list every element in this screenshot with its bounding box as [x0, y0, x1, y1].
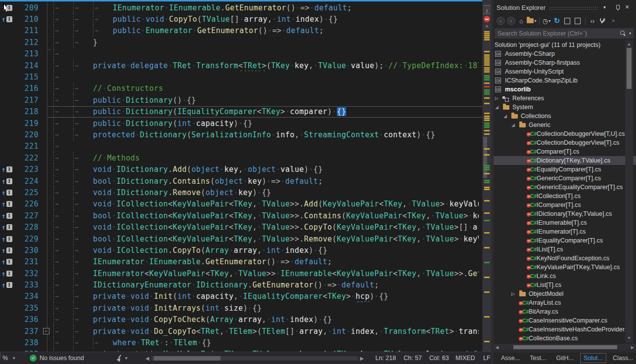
hscroll-right-icon[interactable]: ▶ — [360, 352, 364, 364]
tree-item-arraylist-cs[interactable]: C#ArrayList.cs — [494, 298, 636, 307]
code-line[interactable]: 213→ — [0, 48, 491, 60]
code-line[interactable]: 237→→private·void·Do_CopyTo<TRet,·TElem>… — [0, 325, 491, 337]
chevron-expanded-icon[interactable]: ◢ — [495, 105, 502, 110]
code-text[interactable]: →→public·Dictionary()·{} — [53, 94, 479, 106]
tree-item-caseinsensitivehashcodeprovider-cs[interactable]: C#CaseInsensitiveHashCodeProvider.cs — [494, 325, 636, 334]
dock-tab-test[interactable]: Test... — [526, 353, 549, 363]
code-text[interactable]: →→IEnumerator·IEnumerable.GetEnumerator(… — [53, 256, 479, 268]
implements-arrow-icon[interactable]: ↑I — [0, 199, 16, 210]
solution-tree[interactable]: Solution 'project-gui' (11 of 11 project… — [494, 40, 636, 343]
code-text[interactable]: →→bool·ICollection<KeyValuePair<TKey,·TV… — [53, 210, 479, 221]
tree-horizontal-scrollbar[interactable]: ◀ ▶ — [494, 344, 636, 351]
fold-collapse-icon[interactable]: − — [43, 328, 49, 334]
tree-item-system[interactable]: ◢System — [494, 103, 636, 112]
search-dropdown-icon[interactable]: ▾ — [629, 31, 631, 36]
horizontal-scrollbar-track[interactable] — [151, 356, 358, 361]
tree-item-caseinsensitivecomparer-cs[interactable]: C#CaseInsensitiveComparer.cs — [494, 316, 636, 325]
tree-item-keynotfoundexception-cs[interactable]: C#KeyNotFoundException.cs — [494, 254, 636, 263]
implements-arrow-icon[interactable]: ↑I — [0, 13, 16, 25]
tree-item-dictionary-tkey-tvalue-cs[interactable]: C#Dictionary[TKey,TValue].cs — [494, 156, 636, 165]
code-line[interactable]: 219→→public·Dictionary(int·capacity)·{} — [0, 118, 491, 129]
dock-tab-class[interactable]: Class... — [609, 353, 636, 363]
vertical-scrollbar-thumb[interactable] — [483, 137, 487, 178]
dock-tab-gith[interactable]: GitH... — [553, 353, 577, 363]
tree-item-equalitycomparer-t-cs[interactable]: C#EqualityComparer[T].cs — [494, 165, 636, 174]
code-text[interactable]: →→bool·ICollection<KeyValuePair<TKey,·TV… — [53, 233, 479, 244]
tree-item-icollection-t-cs[interactable]: C#ICollection[T].cs — [494, 192, 636, 201]
tree-vertical-scrollbar[interactable]: ▲ ▼ — [625, 40, 633, 343]
tree-item-link-cs[interactable]: C#Link.cs — [494, 272, 636, 281]
code-text[interactable]: → — [53, 71, 479, 82]
tree-hscroll-thumb[interactable] — [513, 345, 617, 349]
pending-changes-filter-button[interactable]: ◷▾ — [542, 15, 551, 26]
code-line[interactable]: ↑I223→→void·IDictionary.Add(object·key,·… — [0, 163, 491, 175]
code-cleanup-broom-icon[interactable] — [116, 354, 124, 362]
tree-item-collectiondebuggerview-t-cs[interactable]: C#CollectionDebuggerView[T].cs — [494, 138, 636, 147]
code-text[interactable]: →→public·Dictionary(IEqualityComparer<TK… — [53, 106, 479, 118]
tree-item-idictionary-tkey-tvalue-cs[interactable]: C#IDictionary[TKey,TValue].cs — [494, 209, 636, 218]
implements-arrow-icon[interactable]: ↑I — [0, 279, 16, 290]
chevron-collapsed-icon[interactable]: ▷ — [495, 96, 502, 101]
code-cleanup-dropdown-icon[interactable]: ▾ — [125, 352, 128, 364]
chevron-expanded-icon[interactable]: ◢ — [503, 114, 511, 119]
scroll-left-icon[interactable]: ◀ — [496, 345, 499, 350]
implements-arrow-icon[interactable]: ↑I — [0, 233, 16, 244]
close-icon[interactable]: × — [625, 3, 629, 11]
status-eol[interactable]: LF — [483, 352, 491, 364]
chevron-collapsed-icon[interactable]: ▷ — [511, 291, 519, 296]
code-line[interactable]: ↑I233→→IDictionaryEnumerator·IDictionary… — [0, 279, 491, 290]
implements-arrow-icon[interactable]: ↑I — [0, 268, 16, 279]
code-text[interactable]: → — [53, 48, 479, 60]
zoom-dropdown-icon[interactable]: ▾ — [13, 352, 15, 364]
code-line[interactable]: ↑I230→→void·ICollection.CopyTo(Array·arr… — [0, 244, 491, 256]
tree-item-keyvaluepair-tkey-tvalue-cs[interactable]: C#KeyValuePair[TKey,TValue].cs — [494, 263, 636, 272]
pin-icon[interactable] — [615, 4, 620, 11]
code-line[interactable]: 216→→//·Constructors — [0, 83, 491, 94]
search-icon[interactable] — [619, 30, 626, 37]
collapse-all-button[interactable] — [562, 15, 572, 26]
code-text[interactable]: →→→where·TRet·:·TElem·{} — [53, 337, 479, 348]
dock-tab-solut[interactable]: Solut... — [580, 353, 606, 363]
code-line[interactable]: 221→ — [0, 141, 491, 152]
code-text[interactable]: →→void·ICollection.CopyTo(Array·array,·i… — [53, 244, 479, 256]
code-line[interactable]: ↑I227→→bool·ICollection<KeyValuePair<TKe… — [0, 210, 491, 221]
code-text[interactable]: →→void·ICollection<KeyValuePair<TKey,·TV… — [53, 221, 479, 233]
tree-item-iequalitycomparer-t-cs[interactable]: C#IEqualityComparer[T].cs — [494, 236, 636, 245]
code-line[interactable]: 218→→public·Dictionary(IEqualityComparer… — [0, 106, 491, 118]
code-text[interactable]: →→} — [53, 37, 479, 48]
tree-item-list-t-cs[interactable]: C#List[T].cs — [494, 281, 636, 289]
code-text[interactable]: →→//·Methods — [53, 152, 479, 163]
tree-item-assembly-csharp-firstpass[interactable]: C#Assembly-CSharp-firstpass — [494, 58, 636, 67]
implements-arrow-icon[interactable]: ↑I — [0, 221, 16, 233]
scroll-right-icon[interactable]: ▶ — [631, 345, 634, 350]
back-button[interactable]: ‹ — [496, 15, 505, 26]
code-text[interactable]: →→→IEnumerator·IEnumerable.GetEnumerator… — [53, 2, 479, 13]
view-code-button[interactable]: ‹› — [588, 15, 597, 26]
tree-item-ienumerable-t-cs[interactable]: C#IEnumerable[T].cs — [494, 218, 636, 227]
tree-item-collectiondebuggerview-t-u-cs[interactable]: C#CollectionDebuggerView[T,U].cs — [494, 129, 636, 138]
code-line[interactable]: ↑I229→→bool·ICollection<KeyValuePair<TKe… — [0, 233, 491, 244]
window-position-icon[interactable]: ▾ — [603, 4, 606, 10]
tree-item-references[interactable]: ▷References — [494, 94, 636, 103]
search-input[interactable]: Search Solution Explorer (Ctrl+¨) ▾ — [495, 28, 634, 39]
code-text[interactable]: →→→public·Enumerator·GetEnumerator()·=>·… — [53, 25, 479, 37]
code-line[interactable]: 215→ — [0, 71, 491, 82]
code-editor[interactable]: ↑I209→→→IEnumerator·IEnumerable.GetEnume… — [0, 0, 491, 352]
tree-item-assembly-unityscript[interactable]: C#Assembly-UnityScript — [494, 67, 636, 76]
tree-item-icsharpcode-sharpziplib[interactable]: C#ICSharpCode.SharpZipLib — [494, 76, 636, 85]
tree-item-ienumerator-t-cs[interactable]: C#IEnumerator[T].cs — [494, 227, 636, 236]
code-line[interactable]: ↑I228→→void·ICollection<KeyValuePair<TKe… — [0, 221, 491, 233]
sync-with-active-document-button[interactable] — [573, 15, 583, 26]
code-line[interactable]: ↑I231→→IEnumerator·IEnumerable.GetEnumer… — [0, 256, 491, 268]
tree-item-ilist-t-cs[interactable]: C#IList[T].cs — [494, 245, 636, 254]
code-text[interactable]: →→private·void·Do_CopyTo<TRet,·TElem>(TE… — [53, 325, 479, 337]
code-text[interactable]: →→void·ICollection<KeyValuePair<TKey,·TV… — [53, 199, 479, 210]
code-text[interactable]: →→→public·void·CopyTo(TValue[]·array,·in… — [53, 13, 479, 25]
tree-item-objectmodel[interactable]: ▷ObjectModel — [494, 289, 636, 298]
code-line[interactable]: 211→→→public·Enumerator·GetEnumerator()·… — [0, 25, 491, 37]
issues-status-label[interactable]: No issues found — [40, 352, 84, 364]
code-text[interactable]: →→private·void·Init(int·capacity,·IEqual… — [53, 291, 479, 302]
code-line[interactable]: 238→→→where·TRet·:·TElem·{} — [0, 337, 491, 348]
code-text[interactable]: →→//·Constructors — [53, 83, 479, 94]
tree-item-mscorlib[interactable]: C#mscorlib — [494, 85, 636, 94]
